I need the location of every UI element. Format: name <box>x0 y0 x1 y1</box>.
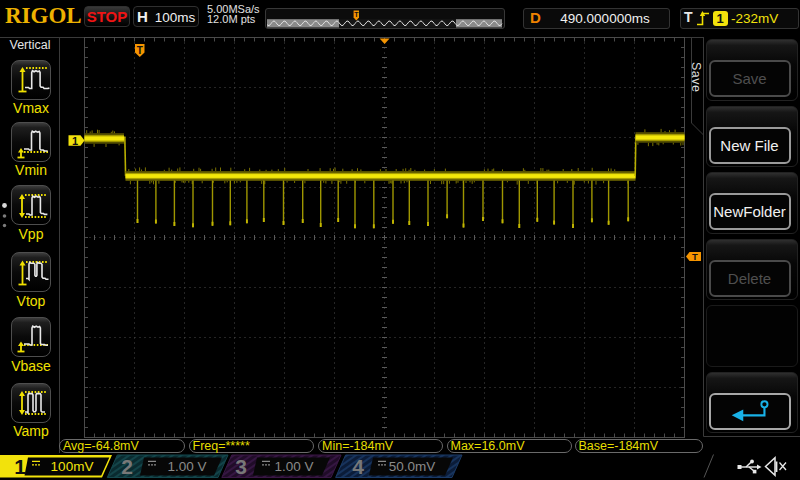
svg-text:1.00 V: 1.00 V <box>274 459 313 474</box>
svg-text:3: 3 <box>235 455 247 478</box>
svg-text:T: T <box>137 45 143 56</box>
svg-text:50.0mV: 50.0mV <box>389 459 436 474</box>
svg-text:1.00 V: 1.00 V <box>167 459 206 474</box>
svg-text:1: 1 <box>14 455 26 478</box>
svg-text:4: 4 <box>352 455 364 478</box>
svg-text:1: 1 <box>72 135 78 147</box>
svg-text:100mV: 100mV <box>51 459 94 474</box>
svg-text:2: 2 <box>121 455 133 478</box>
